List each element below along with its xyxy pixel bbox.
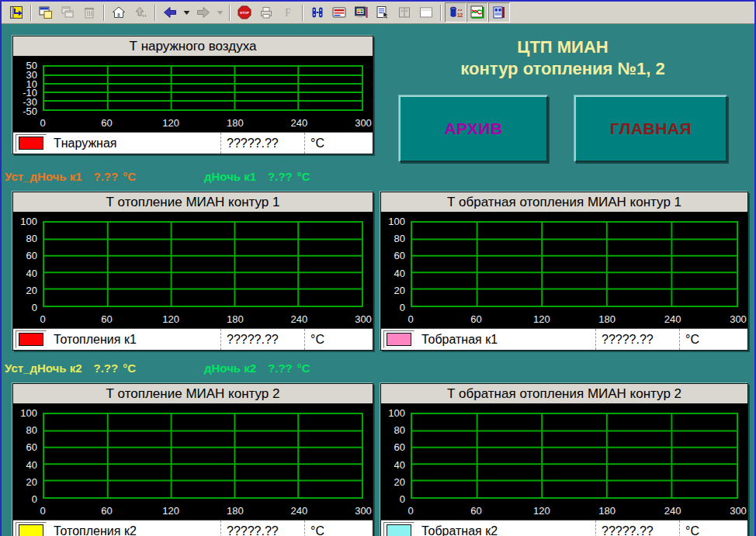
- toolbar-separator: [229, 5, 231, 21]
- stop-button[interactable]: STOP: [234, 2, 255, 22]
- legend-unit: °С: [679, 329, 747, 350]
- archive-button[interactable]: АРХИВ: [399, 95, 548, 162]
- forward-dropdown-icon: [216, 5, 224, 20]
- forward-button: [192, 2, 214, 22]
- chart-legend: Тотопления к1?????.??°С: [13, 328, 373, 350]
- legend-current-value: ?????.??: [220, 133, 304, 154]
- x-axis-tick: 0: [407, 313, 413, 325]
- chart-grid: [411, 413, 738, 499]
- chart-plot-area: 503010-10-30-50060120180240300: [13, 57, 373, 132]
- y-axis-labels: 503010-10-30-50: [13, 65, 40, 111]
- toolbar-separator: [154, 5, 156, 21]
- trend-panel-return-k1: Т обратная отопления МИАН контур 1100806…: [380, 192, 748, 351]
- chart-title: Т отопление МИАН контур 2: [13, 384, 373, 404]
- time-values-icon: 12: [448, 5, 463, 20]
- x-axis-tick: 120: [162, 117, 179, 129]
- main-button-label: ГЛАВНАЯ: [610, 119, 692, 137]
- main-button[interactable]: ГЛАВНАЯ: [574, 95, 727, 162]
- function-f-button: F: [277, 2, 299, 22]
- legend-current-value: ?????.??: [220, 329, 304, 350]
- x-axis-tick: 120: [162, 505, 179, 517]
- y-axis-tick: 60: [26, 250, 37, 261]
- x-axis-tick: 240: [291, 313, 308, 325]
- x-axis-tick: 0: [407, 505, 413, 517]
- setpoint-night-k2-label: Уст_дНочь к2: [5, 361, 82, 375]
- x-axis-tick: 240: [664, 505, 681, 517]
- back-dropdown-button[interactable]: [181, 2, 192, 22]
- back-icon: [162, 5, 178, 20]
- x-axis-labels: 060120180240300: [411, 313, 738, 325]
- properties-icon: [375, 5, 390, 20]
- back-dropdown-icon: [182, 5, 191, 20]
- time-values-button[interactable]: 12: [445, 2, 466, 22]
- x-axis-tick: 120: [162, 313, 179, 325]
- y-axis-tick: 100: [20, 216, 37, 227]
- setpoint-night-k1-unit: °С: [123, 170, 136, 183]
- blank-window-button[interactable]: [415, 2, 437, 22]
- hmi-screen: STOPF12 ЦТП МИАН контур отопления №1, 2 …: [0, 0, 756, 536]
- channels-icon: [310, 5, 325, 20]
- y-axis-tick: 100: [20, 407, 37, 419]
- y-axis-labels: 100806040200: [13, 221, 40, 307]
- y-axis-tick: 60: [26, 441, 37, 453]
- y-axis-tick: 20: [394, 284, 405, 296]
- blank-window-icon: [418, 5, 434, 20]
- trends-button[interactable]: [466, 2, 488, 22]
- channels-button[interactable]: [307, 2, 328, 22]
- y-axis-tick: 40: [394, 458, 405, 470]
- legend-color-swatch: [387, 524, 411, 536]
- x-axis-tick: 240: [291, 117, 308, 129]
- x-axis-tick: 180: [227, 117, 244, 129]
- actual-night-k2-value: ?.??: [268, 361, 293, 375]
- exit-button[interactable]: [5, 2, 27, 22]
- chart-legend: Тнаружная?????.??°С: [13, 132, 373, 154]
- x-axis-tick: 120: [533, 313, 550, 325]
- x-axis-tick: 0: [40, 117, 45, 129]
- x-axis-tick: 180: [598, 313, 616, 325]
- legend-swatch-cell: [16, 522, 47, 536]
- log-book-button[interactable]: [488, 2, 510, 22]
- y-axis-tick: 40: [394, 267, 405, 278]
- page-title-line2: контур отопления №1, 2: [379, 58, 747, 80]
- y-axis-tick: 80: [394, 424, 405, 436]
- x-axis-labels: 060120180240300: [43, 504, 363, 517]
- legend-series-name: Тотопления к1: [47, 333, 220, 347]
- reference-book-button: [394, 2, 415, 22]
- x-axis-tick: 240: [664, 313, 681, 325]
- back-button[interactable]: [159, 2, 181, 22]
- legend-current-value: ?????.??: [595, 329, 679, 350]
- control-panel-icon: [331, 5, 347, 20]
- x-axis-tick: 0: [40, 505, 45, 517]
- actual-night-k1-unit: °С: [297, 170, 310, 183]
- exit-icon: [9, 5, 24, 20]
- setpoint-night-k2-value: ?.??: [94, 361, 119, 375]
- x-axis-tick: 300: [355, 117, 372, 129]
- stop-icon: STOP: [237, 5, 252, 20]
- toolbar-separator: [30, 5, 32, 21]
- x-axis-tick: 240: [291, 505, 308, 517]
- y-axis-tick: 20: [394, 475, 405, 487]
- monitor-button[interactable]: [350, 2, 372, 22]
- properties-button[interactable]: [372, 2, 394, 22]
- x-axis-tick: 60: [470, 505, 481, 517]
- setpoint-night-k1: Уст_дНочь к1?.??°С: [5, 170, 136, 183]
- new-window-icon: [38, 5, 54, 20]
- home-button[interactable]: [108, 2, 130, 22]
- x-axis-tick: 300: [730, 313, 747, 325]
- up-level-icon: [133, 5, 148, 20]
- y-axis-tick: 0: [32, 493, 37, 505]
- y-axis-labels: 100806040200: [13, 413, 40, 499]
- trend-panel-outdoor-temp: Т наружного воздуха503010-10-30-50060120…: [12, 36, 373, 154]
- new-window-button[interactable]: [35, 2, 57, 22]
- svg-text:12: 12: [457, 12, 463, 18]
- x-axis-labels: 060120180240300: [43, 313, 363, 325]
- legend-unit: °С: [304, 520, 373, 536]
- toolbar-separator: [103, 5, 105, 21]
- legend-color-swatch: [19, 137, 43, 150]
- x-axis-tick: 300: [355, 505, 372, 517]
- y-axis-tick: 40: [26, 458, 37, 470]
- y-axis-labels: 100806040200: [381, 221, 407, 307]
- chart-legend: Тобратная к1?????.??°С: [381, 328, 747, 350]
- actual-night-k1-value: ?.??: [268, 170, 293, 183]
- control-panel-button[interactable]: [328, 2, 350, 22]
